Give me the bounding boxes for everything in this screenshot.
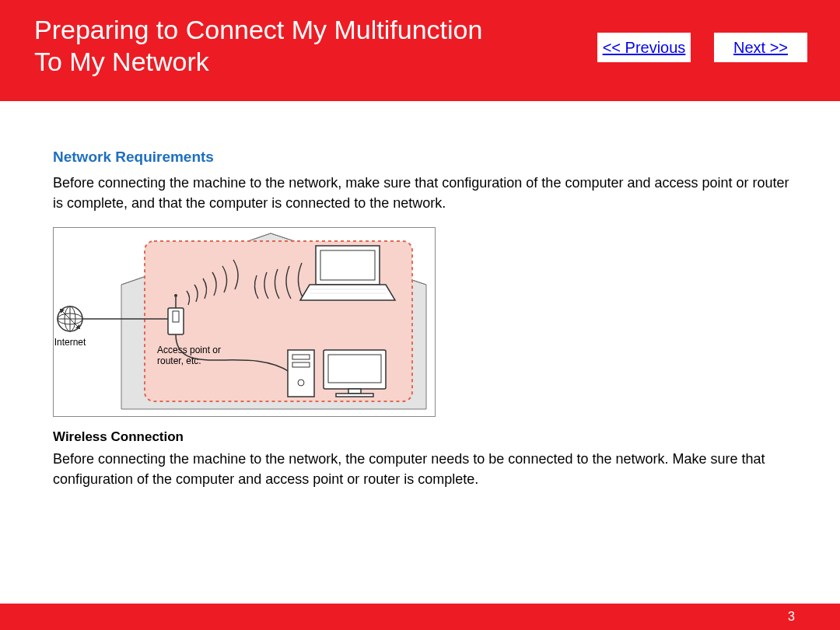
page-number: 3 bbox=[788, 610, 795, 624]
router-label-line2: router, etc. bbox=[157, 355, 201, 366]
svg-point-24 bbox=[298, 380, 304, 386]
svg-rect-22 bbox=[292, 355, 310, 359]
title-line2: To My Network bbox=[34, 47, 209, 76]
svg-rect-28 bbox=[336, 394, 373, 397]
router-label-line1: Access point or bbox=[157, 345, 221, 355]
svg-rect-26 bbox=[328, 355, 381, 383]
next-button-label: Next >> bbox=[733, 39, 788, 57]
previous-button[interactable]: << Previous bbox=[597, 33, 691, 62]
svg-rect-23 bbox=[292, 362, 310, 367]
internet-label: Internet bbox=[54, 337, 86, 348]
wireless-paragraph: Before connecting the machine to the net… bbox=[53, 449, 793, 489]
content-area: Network Requirements Before connecting t… bbox=[0, 101, 840, 490]
header: Preparing to Connect My Multifunction To… bbox=[0, 0, 840, 101]
next-button[interactable]: Next >> bbox=[714, 33, 807, 62]
network-diagram: Internet Access point or router, etc. bbox=[53, 227, 793, 417]
desktop-tower-icon bbox=[288, 350, 314, 397]
svg-rect-15 bbox=[173, 311, 179, 322]
previous-button-label: << Previous bbox=[603, 39, 686, 57]
nav-buttons: << Previous Next >> bbox=[597, 11, 817, 62]
footer: 3 bbox=[0, 604, 840, 630]
svg-rect-18 bbox=[320, 250, 375, 280]
svg-point-17 bbox=[174, 294, 177, 297]
svg-rect-27 bbox=[348, 389, 361, 394]
network-diagram-svg: Internet Access point or router, etc. bbox=[53, 227, 436, 417]
section-heading: Network Requirements bbox=[53, 146, 793, 168]
intro-paragraph: Before connecting the machine to the net… bbox=[53, 173, 793, 213]
wireless-heading: Wireless Connection bbox=[53, 428, 793, 447]
internet-icon bbox=[58, 306, 82, 331]
page-title: Preparing to Connect My Multifunction To… bbox=[34, 11, 482, 79]
title-line1: Preparing to Connect My Multifunction bbox=[34, 15, 482, 44]
